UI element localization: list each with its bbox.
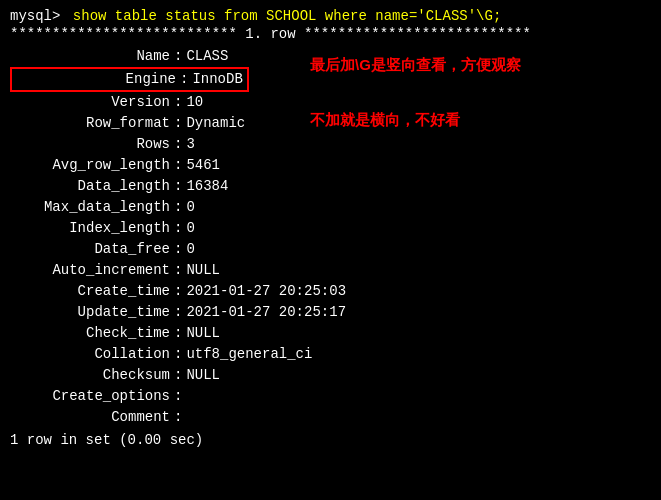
field-value: utf8_general_ci (186, 344, 312, 365)
field-name: Data_length (10, 176, 170, 197)
field-sep: : (174, 176, 182, 197)
field-sep: : (174, 92, 182, 113)
table-row: Rows : 3 (10, 134, 651, 155)
field-sep: : (174, 407, 182, 428)
table-row: Comment : (10, 407, 651, 428)
divider-line: *************************** 1. row *****… (10, 26, 651, 42)
footer-line: 1 row in set (0.00 sec) (10, 432, 651, 448)
field-sep: : (174, 46, 182, 67)
field-sep: : (174, 113, 182, 134)
field-sep: : (174, 260, 182, 281)
table-row: Collation : utf8_general_ci (10, 344, 651, 365)
field-value-engine: InnoDB (192, 69, 242, 90)
field-name: Comment (10, 407, 170, 428)
field-sep: : (174, 302, 182, 323)
field-value: 3 (186, 134, 194, 155)
field-value: 2021-01-27 20:25:17 (186, 302, 346, 323)
field-sep: : (174, 365, 182, 386)
table-row: Check_time : NULL (10, 323, 651, 344)
field-value: 2021-01-27 20:25:03 (186, 281, 346, 302)
field-name: Check_time (10, 323, 170, 344)
field-value: 5461 (186, 155, 220, 176)
field-name: Max_data_length (10, 197, 170, 218)
field-name: Collation (10, 344, 170, 365)
field-value: 0 (186, 239, 194, 260)
annotation-2: 不加就是横向，不好看 (310, 111, 521, 130)
field-name-engine: Engine (16, 69, 176, 90)
terminal-window: mysql> show table status from SCHOOL whe… (0, 0, 661, 500)
field-value: NULL (186, 365, 220, 386)
table-row: Auto_increment : NULL (10, 260, 651, 281)
field-sep-engine: : (180, 69, 188, 90)
field-name: Update_time (10, 302, 170, 323)
field-value: NULL (186, 323, 220, 344)
field-name: Index_length (10, 218, 170, 239)
table-row: Update_time : 2021-01-27 20:25:17 (10, 302, 651, 323)
field-value: Dynamic (186, 113, 245, 134)
prompt-line: mysql> show table status from SCHOOL whe… (10, 8, 651, 24)
field-name: Rows (10, 134, 170, 155)
table-row: Index_length : 0 (10, 218, 651, 239)
field-name: Row_format (10, 113, 170, 134)
field-value: 0 (186, 197, 194, 218)
field-sep: : (174, 386, 182, 407)
table-row: Avg_row_length : 5461 (10, 155, 651, 176)
field-sep: : (174, 281, 182, 302)
field-sep: : (174, 239, 182, 260)
field-name: Version (10, 92, 170, 113)
field-value: 16384 (186, 176, 228, 197)
field-value: CLASS (186, 46, 228, 67)
content-wrapper: mysql> show table status from SCHOOL whe… (10, 8, 651, 448)
table-row: Checksum : NULL (10, 365, 651, 386)
prompt-arrow (60, 8, 68, 24)
field-sep: : (174, 344, 182, 365)
command-text: show table status from SCHOOL where name… (73, 8, 501, 24)
field-name: Checksum (10, 365, 170, 386)
field-value: NULL (186, 260, 220, 281)
field-name: Data_free (10, 239, 170, 260)
table-row: Create_time : 2021-01-27 20:25:03 (10, 281, 651, 302)
field-sep: : (174, 218, 182, 239)
field-sep: : (174, 197, 182, 218)
prompt-label: mysql> (10, 8, 60, 24)
field-name: Auto_increment (10, 260, 170, 281)
field-sep: : (174, 134, 182, 155)
annotation-1: 最后加\G是竖向查看，方便观察 (310, 56, 521, 75)
field-sep: : (174, 155, 182, 176)
table-row: Data_free : 0 (10, 239, 651, 260)
table-row: Max_data_length : 0 (10, 197, 651, 218)
engine-box: Engine : InnoDB (10, 67, 249, 92)
table-row: Create_options : (10, 386, 651, 407)
field-value: 10 (186, 92, 203, 113)
field-name: Create_time (10, 281, 170, 302)
field-sep: : (174, 323, 182, 344)
field-name: Name (10, 46, 170, 67)
table-row: Data_length : 16384 (10, 176, 651, 197)
field-value: 0 (186, 218, 194, 239)
field-name: Create_options (10, 386, 170, 407)
annotation-area: 最后加\G是竖向查看，方便观察 不加就是横向，不好看 (310, 56, 521, 130)
field-name: Avg_row_length (10, 155, 170, 176)
